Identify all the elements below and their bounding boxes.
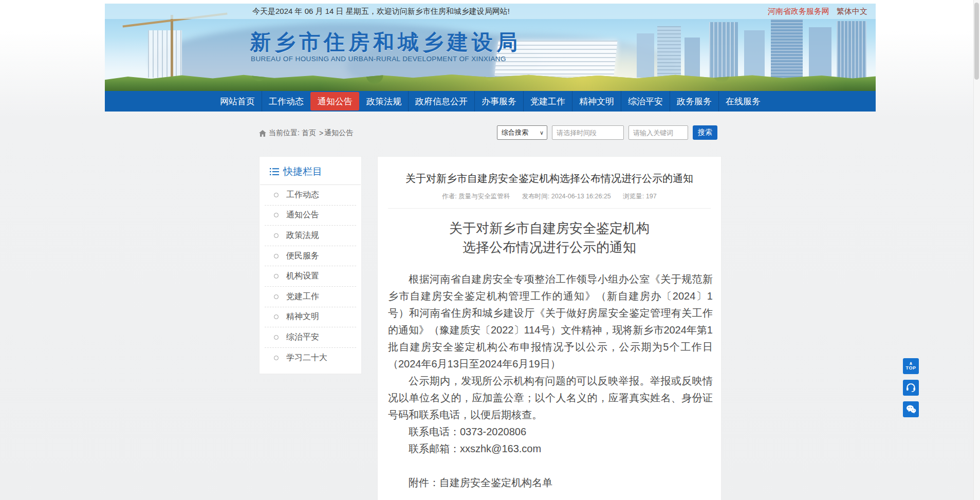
circle-bullet-icon <box>274 274 279 279</box>
building-right <box>685 38 700 78</box>
wechat-icon <box>906 405 916 414</box>
nav-item-5[interactable]: 办事服务 <box>474 91 523 112</box>
circle-bullet-icon <box>274 335 279 340</box>
top-info-bar: 今天是2024 年 06 月 14 日 星期五，欢迎访问新乡市住房和城乡建设局网… <box>105 4 876 19</box>
building-right <box>837 21 866 79</box>
floating-toolbar: ∧ TOP <box>903 358 919 417</box>
sidebar-item-7[interactable]: 综治平安 <box>265 327 356 348</box>
sidebar-item-4[interactable]: 机构设置 <box>265 266 356 287</box>
sidebar-item-label: 党建工作 <box>286 291 319 302</box>
sidebar-item-0[interactable]: 工作动态 <box>265 185 356 206</box>
sidebar-item-label: 精神文明 <box>286 311 319 322</box>
building-right <box>744 30 765 79</box>
article-body-block-4 <box>388 457 713 474</box>
site-banner: 今天是2024 年 06 月 14 日 星期五，欢迎访问新乡市住房和城乡建设局网… <box>105 4 876 112</box>
building-right <box>771 19 803 79</box>
wechat-button[interactable] <box>903 401 919 417</box>
crane-mast <box>171 15 173 78</box>
quick-links-sidebar: 快捷栏目 工作动态通知公告政策法规便民服务机构设置党建工作精神文明综治平安学习二… <box>259 156 362 374</box>
search-date-input[interactable] <box>552 125 624 140</box>
search-keyword-input[interactable] <box>628 125 688 140</box>
nav-item-10[interactable]: 在线服务 <box>718 91 767 112</box>
article-body-block-2: 联系电话：0373-2020806 <box>388 423 713 440</box>
nav-item-0[interactable]: 网站首页 <box>213 91 262 112</box>
article-author: 作者: 质量与安全监管科 <box>442 193 510 200</box>
breadcrumb-prefix: 当前位置: <box>269 128 300 138</box>
search-category-select[interactable]: 综合搜索 ∨ <box>497 125 547 140</box>
article-heading: 关于对新乡市自建房安全鉴定机构 选择公布情况进行公示的通知 <box>378 219 721 257</box>
building-right <box>637 33 654 78</box>
sidebar-item-label: 机构设置 <box>286 271 319 282</box>
chevron-down-icon: ∨ <box>540 129 544 136</box>
article-body-block-3: 联系邮箱：xxszhk@163.com <box>388 440 713 457</box>
headset-icon <box>906 383 916 392</box>
nav-item-7[interactable]: 精神文明 <box>572 91 621 112</box>
article-panel: 关于对新乡市自建房安全鉴定机构选择公布情况进行公示的通知 作者: 质量与安全监管… <box>377 156 722 500</box>
article-body-block-5: 附件：自建房安全鉴定机构名单 <box>388 474 713 491</box>
breadcrumb-search-row: 当前位置: 首页 > 通知公告 综合搜索 ∨ 搜索 <box>259 125 722 142</box>
banner-photo: 今天是2024 年 06 月 14 日 星期五，欢迎访问新乡市住房和城乡建设局网… <box>105 4 876 91</box>
sidebar-item-label: 通知公告 <box>286 210 319 220</box>
sidebar-item-label: 政策法规 <box>286 230 319 241</box>
building-left <box>148 30 182 78</box>
article-heading-line2: 选择公布情况进行公示的通知 <box>378 238 721 257</box>
circle-bullet-icon <box>274 294 279 299</box>
circle-bullet-icon <box>274 233 279 238</box>
nav-item-3[interactable]: 政策法规 <box>359 91 408 112</box>
sidebar-item-5[interactable]: 党建工作 <box>265 287 356 307</box>
nav-item-4[interactable]: 政府信息公开 <box>408 91 474 112</box>
sidebar-item-label: 学习二十大 <box>286 353 327 363</box>
breadcrumb-home-link[interactable]: 首页 <box>302 128 316 138</box>
building-right <box>657 26 681 78</box>
circle-bullet-icon <box>274 254 279 258</box>
circle-bullet-icon <box>274 193 279 197</box>
sidebar-list: 工作动态通知公告政策法规便民服务机构设置党建工作精神文明综治平安学习二十大 <box>260 185 361 367</box>
scrollbar-thumb[interactable] <box>974 3 979 80</box>
sidebar-item-8[interactable]: 学习二十大 <box>265 348 356 368</box>
nav-item-8[interactable]: 综治平安 <box>621 91 670 112</box>
sidebar-item-label: 工作动态 <box>286 190 319 200</box>
sidebar-title: 快捷栏目 <box>283 165 322 178</box>
article-list-title: 关于对新乡市自建房安全鉴定机构选择公布情况进行公示的通知 <box>378 172 721 186</box>
sidebar-item-6[interactable]: 精神文明 <box>265 307 356 328</box>
nav-item-6[interactable]: 党建工作 <box>523 91 572 112</box>
article-body-block-0: 根据河南省自建房安全专项整治工作领导小组办公室《关于规范新乡市自建房安全鉴定机构… <box>388 271 713 373</box>
sidebar-item-label: 综治平安 <box>286 332 319 343</box>
breadcrumb-separator: > <box>319 129 323 137</box>
search-button[interactable]: 搜索 <box>693 125 717 140</box>
customer-service-button[interactable] <box>903 380 919 396</box>
circle-bullet-icon <box>274 314 279 319</box>
nav-item-9[interactable]: 政务服务 <box>670 91 718 112</box>
sidebar-item-label: 便民服务 <box>286 251 319 262</box>
breadcrumb-current: 通知公告 <box>324 128 353 138</box>
search-category-value: 综合搜索 <box>502 128 528 137</box>
nav-item-1[interactable]: 工作动态 <box>262 91 310 112</box>
circle-bullet-icon <box>274 213 279 217</box>
nav-item-2[interactable]: 通知公告 <box>310 92 359 110</box>
article-body-block-1: 公示期内，发现所公示机构有问题的可以反映举报。举报或反映情况以单位名义的，应加盖… <box>388 373 713 423</box>
back-to-top-button[interactable]: ∧ TOP <box>903 358 919 374</box>
site-subtitle-english: BUREAU OF HOUSING AND URBAN-RURAL DEVELO… <box>251 55 506 63</box>
article-view-count: 浏览量: 197 <box>623 193 656 200</box>
back-to-top-label: TOP <box>906 365 916 371</box>
article-publish-time: 发布时间: 2024-06-13 16:26:25 <box>522 193 611 200</box>
site-title: 新乡市住房和城乡建设局 <box>250 28 521 57</box>
traditional-chinese-link[interactable]: 繁体中文 <box>837 7 867 15</box>
sidebar-header: 快捷栏目 <box>260 157 361 184</box>
circle-bullet-icon <box>274 356 279 360</box>
topbar-links: 河南省政务服务网 繁体中文 <box>768 7 867 16</box>
sidebar-item-3[interactable]: 便民服务 <box>265 246 356 267</box>
henan-gov-service-link[interactable]: 河南省政务服务网 <box>768 7 829 15</box>
home-icon <box>259 130 266 137</box>
page: 今天是2024 年 06 月 14 日 星期五，欢迎访问新乡市住房和城乡建设局网… <box>0 0 980 500</box>
article-meta: 作者: 质量与安全监管科 发布时间: 2024-06-13 16:26:25 浏… <box>378 192 721 201</box>
search-bar: 综合搜索 ∨ 搜索 <box>497 125 717 140</box>
page-scrollbar[interactable] <box>973 0 980 500</box>
article-body-block-6 <box>388 491 713 500</box>
chevron-up-icon: ∧ <box>909 362 913 365</box>
article-heading-line1: 关于对新乡市自建房安全鉴定机构 <box>378 219 721 238</box>
sidebar-item-1[interactable]: 通知公告 <box>265 206 356 226</box>
sidebar-item-2[interactable]: 政策法规 <box>265 226 356 246</box>
breadcrumb: 当前位置: 首页 > 通知公告 <box>259 128 353 138</box>
list-icon <box>270 168 279 176</box>
